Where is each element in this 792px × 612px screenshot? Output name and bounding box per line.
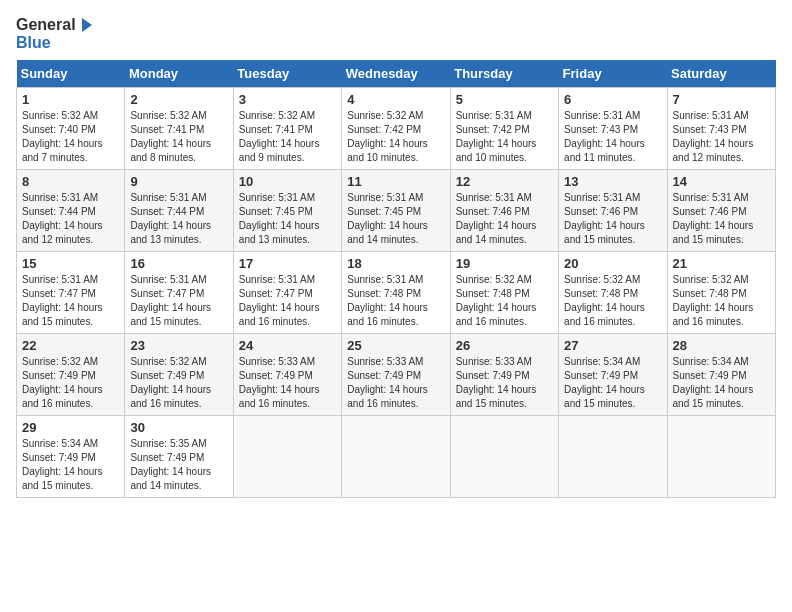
day-info: Sunrise: 5:31 AMSunset: 7:44 PMDaylight:… xyxy=(130,192,211,245)
day-info: Sunrise: 5:31 AMSunset: 7:43 PMDaylight:… xyxy=(673,110,754,163)
day-number: 27 xyxy=(564,338,661,353)
day-number: 16 xyxy=(130,256,227,271)
day-number: 30 xyxy=(130,420,227,435)
day-number: 4 xyxy=(347,92,444,107)
day-info: Sunrise: 5:31 AMSunset: 7:46 PMDaylight:… xyxy=(673,192,754,245)
day-number: 24 xyxy=(239,338,336,353)
day-cell: 23 Sunrise: 5:32 AMSunset: 7:49 PMDaylig… xyxy=(125,333,233,415)
day-number: 12 xyxy=(456,174,553,189)
day-cell xyxy=(342,415,450,497)
day-info: Sunrise: 5:32 AMSunset: 7:49 PMDaylight:… xyxy=(22,356,103,409)
day-number: 6 xyxy=(564,92,661,107)
day-cell: 30 Sunrise: 5:35 AMSunset: 7:49 PMDaylig… xyxy=(125,415,233,497)
day-cell xyxy=(233,415,341,497)
day-number: 2 xyxy=(130,92,227,107)
day-number: 10 xyxy=(239,174,336,189)
day-info: Sunrise: 5:32 AMSunset: 7:49 PMDaylight:… xyxy=(130,356,211,409)
week-row-3: 15 Sunrise: 5:31 AMSunset: 7:47 PMDaylig… xyxy=(17,251,776,333)
day-number: 3 xyxy=(239,92,336,107)
logo-text: General Blue xyxy=(16,16,96,52)
day-number: 15 xyxy=(22,256,119,271)
day-info: Sunrise: 5:31 AMSunset: 7:44 PMDaylight:… xyxy=(22,192,103,245)
day-cell: 29 Sunrise: 5:34 AMSunset: 7:49 PMDaylig… xyxy=(17,415,125,497)
svg-marker-0 xyxy=(82,18,92,32)
day-cell: 18 Sunrise: 5:31 AMSunset: 7:48 PMDaylig… xyxy=(342,251,450,333)
header-cell-wednesday: Wednesday xyxy=(342,60,450,88)
logo-general: General xyxy=(16,16,76,34)
day-info: Sunrise: 5:32 AMSunset: 7:41 PMDaylight:… xyxy=(130,110,211,163)
day-cell: 17 Sunrise: 5:31 AMSunset: 7:47 PMDaylig… xyxy=(233,251,341,333)
day-cell: 19 Sunrise: 5:32 AMSunset: 7:48 PMDaylig… xyxy=(450,251,558,333)
day-number: 18 xyxy=(347,256,444,271)
day-info: Sunrise: 5:33 AMSunset: 7:49 PMDaylight:… xyxy=(347,356,428,409)
day-cell: 12 Sunrise: 5:31 AMSunset: 7:46 PMDaylig… xyxy=(450,169,558,251)
day-number: 26 xyxy=(456,338,553,353)
day-cell: 16 Sunrise: 5:31 AMSunset: 7:47 PMDaylig… xyxy=(125,251,233,333)
day-info: Sunrise: 5:31 AMSunset: 7:46 PMDaylight:… xyxy=(564,192,645,245)
day-cell xyxy=(450,415,558,497)
day-cell: 3 Sunrise: 5:32 AMSunset: 7:41 PMDayligh… xyxy=(233,87,341,169)
header-cell-tuesday: Tuesday xyxy=(233,60,341,88)
day-info: Sunrise: 5:31 AMSunset: 7:45 PMDaylight:… xyxy=(239,192,320,245)
day-number: 17 xyxy=(239,256,336,271)
day-number: 11 xyxy=(347,174,444,189)
day-number: 14 xyxy=(673,174,770,189)
calendar-table: SundayMondayTuesdayWednesdayThursdayFrid… xyxy=(16,60,776,498)
day-info: Sunrise: 5:34 AMSunset: 7:49 PMDaylight:… xyxy=(673,356,754,409)
week-row-4: 22 Sunrise: 5:32 AMSunset: 7:49 PMDaylig… xyxy=(17,333,776,415)
day-cell xyxy=(559,415,667,497)
day-info: Sunrise: 5:31 AMSunset: 7:46 PMDaylight:… xyxy=(456,192,537,245)
day-cell: 26 Sunrise: 5:33 AMSunset: 7:49 PMDaylig… xyxy=(450,333,558,415)
week-row-2: 8 Sunrise: 5:31 AMSunset: 7:44 PMDayligh… xyxy=(17,169,776,251)
day-number: 23 xyxy=(130,338,227,353)
logo-blue: Blue xyxy=(16,34,51,51)
day-info: Sunrise: 5:31 AMSunset: 7:42 PMDaylight:… xyxy=(456,110,537,163)
day-cell: 9 Sunrise: 5:31 AMSunset: 7:44 PMDayligh… xyxy=(125,169,233,251)
day-cell: 20 Sunrise: 5:32 AMSunset: 7:48 PMDaylig… xyxy=(559,251,667,333)
day-cell: 1 Sunrise: 5:32 AMSunset: 7:40 PMDayligh… xyxy=(17,87,125,169)
week-row-1: 1 Sunrise: 5:32 AMSunset: 7:40 PMDayligh… xyxy=(17,87,776,169)
day-number: 25 xyxy=(347,338,444,353)
day-cell: 24 Sunrise: 5:33 AMSunset: 7:49 PMDaylig… xyxy=(233,333,341,415)
day-cell: 10 Sunrise: 5:31 AMSunset: 7:45 PMDaylig… xyxy=(233,169,341,251)
day-cell: 7 Sunrise: 5:31 AMSunset: 7:43 PMDayligh… xyxy=(667,87,775,169)
day-info: Sunrise: 5:31 AMSunset: 7:47 PMDaylight:… xyxy=(22,274,103,327)
day-number: 9 xyxy=(130,174,227,189)
day-number: 28 xyxy=(673,338,770,353)
logo: General Blue xyxy=(16,16,96,52)
day-cell: 13 Sunrise: 5:31 AMSunset: 7:46 PMDaylig… xyxy=(559,169,667,251)
day-cell: 5 Sunrise: 5:31 AMSunset: 7:42 PMDayligh… xyxy=(450,87,558,169)
day-info: Sunrise: 5:31 AMSunset: 7:45 PMDaylight:… xyxy=(347,192,428,245)
day-cell: 21 Sunrise: 5:32 AMSunset: 7:48 PMDaylig… xyxy=(667,251,775,333)
day-number: 20 xyxy=(564,256,661,271)
day-info: Sunrise: 5:35 AMSunset: 7:49 PMDaylight:… xyxy=(130,438,211,491)
day-info: Sunrise: 5:34 AMSunset: 7:49 PMDaylight:… xyxy=(564,356,645,409)
week-row-5: 29 Sunrise: 5:34 AMSunset: 7:49 PMDaylig… xyxy=(17,415,776,497)
day-info: Sunrise: 5:33 AMSunset: 7:49 PMDaylight:… xyxy=(456,356,537,409)
day-info: Sunrise: 5:32 AMSunset: 7:40 PMDaylight:… xyxy=(22,110,103,163)
day-cell: 15 Sunrise: 5:31 AMSunset: 7:47 PMDaylig… xyxy=(17,251,125,333)
day-info: Sunrise: 5:31 AMSunset: 7:47 PMDaylight:… xyxy=(130,274,211,327)
day-info: Sunrise: 5:32 AMSunset: 7:48 PMDaylight:… xyxy=(673,274,754,327)
day-info: Sunrise: 5:33 AMSunset: 7:49 PMDaylight:… xyxy=(239,356,320,409)
day-number: 22 xyxy=(22,338,119,353)
header: General Blue xyxy=(16,16,776,52)
day-cell: 14 Sunrise: 5:31 AMSunset: 7:46 PMDaylig… xyxy=(667,169,775,251)
day-number: 19 xyxy=(456,256,553,271)
day-number: 1 xyxy=(22,92,119,107)
day-cell: 11 Sunrise: 5:31 AMSunset: 7:45 PMDaylig… xyxy=(342,169,450,251)
logo-arrow-icon xyxy=(78,16,96,34)
header-cell-saturday: Saturday xyxy=(667,60,775,88)
day-info: Sunrise: 5:32 AMSunset: 7:48 PMDaylight:… xyxy=(564,274,645,327)
day-info: Sunrise: 5:32 AMSunset: 7:41 PMDaylight:… xyxy=(239,110,320,163)
day-number: 7 xyxy=(673,92,770,107)
day-number: 13 xyxy=(564,174,661,189)
day-number: 5 xyxy=(456,92,553,107)
header-cell-sunday: Sunday xyxy=(17,60,125,88)
day-cell: 4 Sunrise: 5:32 AMSunset: 7:42 PMDayligh… xyxy=(342,87,450,169)
day-info: Sunrise: 5:32 AMSunset: 7:48 PMDaylight:… xyxy=(456,274,537,327)
header-row: SundayMondayTuesdayWednesdayThursdayFrid… xyxy=(17,60,776,88)
day-info: Sunrise: 5:31 AMSunset: 7:47 PMDaylight:… xyxy=(239,274,320,327)
day-info: Sunrise: 5:34 AMSunset: 7:49 PMDaylight:… xyxy=(22,438,103,491)
day-cell: 25 Sunrise: 5:33 AMSunset: 7:49 PMDaylig… xyxy=(342,333,450,415)
